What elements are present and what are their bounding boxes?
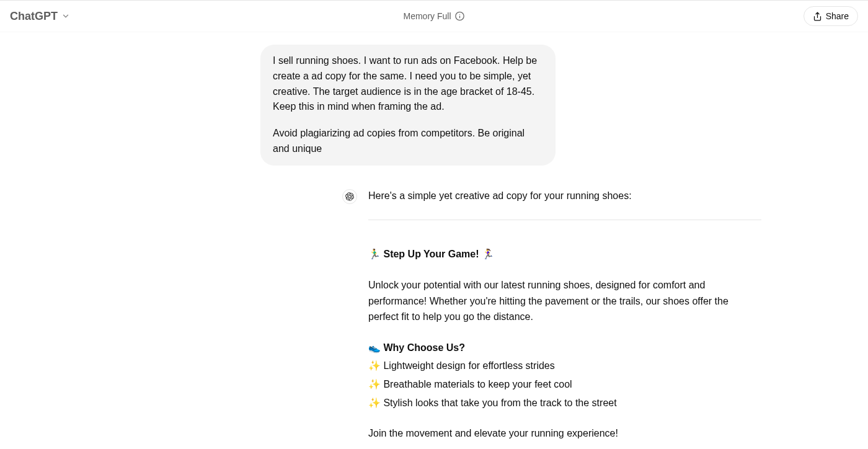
share-button[interactable]: Share [804,6,858,26]
user-message: I sell running shoes. I want to run ads … [260,45,556,166]
chevron-down-icon [61,12,70,20]
memory-status[interactable]: Memory Full [403,11,464,21]
share-label: Share [826,11,849,21]
ad-headline: 🏃‍♂️ Step Up Your Game! 🏃‍♀️ [368,246,761,262]
assistant-intro: Here's a simple yet creative ad copy for… [368,188,761,204]
model-name: ChatGPT [10,10,58,23]
share-icon [813,12,822,21]
header: ChatGPT Memory Full Share [0,0,868,32]
ad-copy-block: 🏃‍♂️ Step Up Your Game! 🏃‍♀️ Unlock your… [368,246,761,449]
model-selector[interactable]: ChatGPT [10,10,70,23]
ad-bullet-2: ✨ Breathable materials to keep your feet… [368,376,761,393]
assistant-row: Here's a simple yet creative ad copy for… [104,188,764,449]
assistant-content: Here's a simple yet creative ad copy for… [368,188,761,449]
memory-status-text: Memory Full [403,11,451,21]
ad-bullet-1: ✨ Lightweight design for effortless stri… [368,358,761,374]
header-right: Share [804,6,858,26]
user-message-wrap: I sell running shoes. I want to run ads … [104,45,764,166]
ad-bullet-3: ✨ Stylish looks that take you from the t… [368,395,761,411]
ad-why-heading: 👟 Why Choose Us? [368,340,761,356]
info-icon [455,11,465,21]
divider [368,220,761,220]
ad-join: Join the movement and elevate your runni… [368,425,761,442]
assistant-avatar-icon [342,189,357,204]
ad-why-section: 👟 Why Choose Us? ✨ Lightweight design fo… [368,340,761,411]
ad-body: Unlock your potential with our latest ru… [368,277,761,325]
conversation: I sell running shoes. I want to run ads … [0,32,868,449]
user-paragraph-1: I sell running shoes. I want to run ads … [273,53,543,115]
user-paragraph-2: Avoid plagiarizing ad copies from compet… [273,126,543,157]
